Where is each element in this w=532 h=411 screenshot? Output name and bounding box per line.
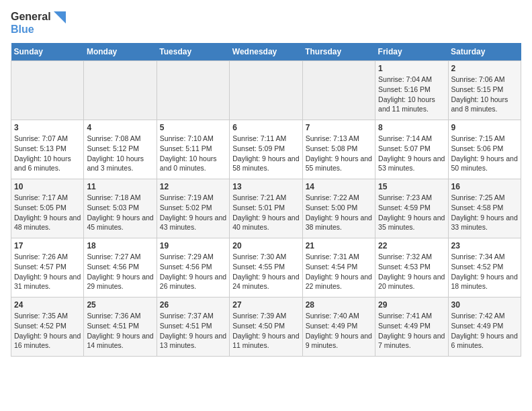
day-number: 5 (160, 123, 226, 132)
day-info: Sunrise: 7:04 AM Sunset: 5:16 PM Dayligh… (378, 75, 445, 114)
day-info: Sunrise: 7:07 AM Sunset: 5:13 PM Dayligh… (14, 134, 81, 173)
day-info: Sunrise: 7:26 AM Sunset: 4:57 PM Dayligh… (14, 252, 81, 291)
calendar-cell (230, 61, 302, 120)
calendar-cell (157, 61, 229, 120)
logo-arrow-icon (54, 11, 66, 24)
weekday-header: Wednesday (230, 43, 302, 61)
calendar-cell: 25Sunrise: 7:36 AM Sunset: 4:51 PM Dayli… (84, 298, 157, 357)
day-number: 8 (378, 123, 445, 132)
day-info: Sunrise: 7:42 AM Sunset: 4:49 PM Dayligh… (451, 311, 518, 351)
day-number: 18 (87, 241, 153, 250)
calendar-cell: 7Sunrise: 7:13 AM Sunset: 5:08 PM Daylig… (302, 120, 375, 179)
day-number: 20 (232, 241, 299, 250)
calendar-cell: 8Sunrise: 7:14 AM Sunset: 5:07 PM Daylig… (375, 120, 448, 179)
calendar-cell: 28Sunrise: 7:40 AM Sunset: 4:49 PM Dayli… (302, 298, 375, 357)
logo-text: General Blue (11, 11, 66, 35)
day-info: Sunrise: 7:40 AM Sunset: 4:49 PM Dayligh… (306, 311, 372, 351)
calendar-cell: 12Sunrise: 7:19 AM Sunset: 5:02 PM Dayli… (157, 179, 229, 238)
day-info: Sunrise: 7:14 AM Sunset: 5:07 PM Dayligh… (378, 134, 445, 173)
calendar-cell: 15Sunrise: 7:23 AM Sunset: 4:59 PM Dayli… (375, 179, 448, 238)
day-info: Sunrise: 7:10 AM Sunset: 5:11 PM Dayligh… (160, 134, 226, 173)
calendar-cell: 29Sunrise: 7:41 AM Sunset: 4:49 PM Dayli… (375, 298, 448, 357)
day-info: Sunrise: 7:21 AM Sunset: 5:01 PM Dayligh… (232, 193, 299, 232)
day-info: Sunrise: 7:23 AM Sunset: 4:59 PM Dayligh… (378, 193, 445, 232)
day-number: 29 (378, 300, 445, 310)
calendar-week: 24Sunrise: 7:35 AM Sunset: 4:52 PM Dayli… (11, 298, 521, 357)
page-header: General Blue (11, 11, 521, 35)
calendar-cell: 23Sunrise: 7:34 AM Sunset: 4:52 PM Dayli… (448, 238, 521, 298)
weekday-header: Monday (84, 43, 157, 61)
calendar-cell: 11Sunrise: 7:18 AM Sunset: 5:03 PM Dayli… (84, 179, 157, 238)
day-number: 16 (451, 182, 518, 191)
day-info: Sunrise: 7:25 AM Sunset: 4:58 PM Dayligh… (451, 193, 518, 232)
day-number: 19 (160, 241, 226, 250)
calendar-week: 17Sunrise: 7:26 AM Sunset: 4:57 PM Dayli… (11, 238, 521, 298)
day-number: 25 (87, 300, 153, 310)
calendar-cell: 27Sunrise: 7:39 AM Sunset: 4:50 PM Dayli… (230, 298, 302, 357)
calendar-cell: 21Sunrise: 7:31 AM Sunset: 4:54 PM Dayli… (302, 238, 375, 298)
calendar-cell: 18Sunrise: 7:27 AM Sunset: 4:56 PM Dayli… (84, 238, 157, 298)
day-info: Sunrise: 7:35 AM Sunset: 4:52 PM Dayligh… (14, 311, 81, 351)
day-number: 30 (451, 300, 518, 310)
calendar-cell: 24Sunrise: 7:35 AM Sunset: 4:52 PM Dayli… (11, 298, 84, 357)
day-number: 12 (160, 182, 226, 191)
day-info: Sunrise: 7:17 AM Sunset: 5:05 PM Dayligh… (14, 193, 81, 232)
day-info: Sunrise: 7:34 AM Sunset: 4:52 PM Dayligh… (451, 252, 518, 291)
calendar-week: 3Sunrise: 7:07 AM Sunset: 5:13 PM Daylig… (11, 120, 521, 179)
day-info: Sunrise: 7:13 AM Sunset: 5:08 PM Dayligh… (306, 134, 372, 173)
calendar-cell: 6Sunrise: 7:11 AM Sunset: 5:09 PM Daylig… (230, 120, 302, 179)
day-info: Sunrise: 7:37 AM Sunset: 4:51 PM Dayligh… (160, 311, 226, 351)
day-info: Sunrise: 7:06 AM Sunset: 5:15 PM Dayligh… (451, 75, 518, 114)
calendar-cell: 19Sunrise: 7:29 AM Sunset: 4:56 PM Dayli… (157, 238, 229, 298)
day-number: 14 (306, 182, 372, 191)
calendar-cell: 5Sunrise: 7:10 AM Sunset: 5:11 PM Daylig… (157, 120, 229, 179)
day-info: Sunrise: 7:11 AM Sunset: 5:09 PM Dayligh… (232, 134, 299, 173)
day-number: 1 (378, 64, 445, 73)
calendar-week: 10Sunrise: 7:17 AM Sunset: 5:05 PM Dayli… (11, 179, 521, 238)
day-number: 22 (378, 241, 445, 250)
calendar-cell: 1Sunrise: 7:04 AM Sunset: 5:16 PM Daylig… (375, 61, 448, 120)
calendar-cell: 2Sunrise: 7:06 AM Sunset: 5:15 PM Daylig… (448, 61, 521, 120)
day-info: Sunrise: 7:30 AM Sunset: 4:55 PM Dayligh… (232, 252, 299, 291)
calendar-cell: 3Sunrise: 7:07 AM Sunset: 5:13 PM Daylig… (11, 120, 84, 179)
calendar-cell: 16Sunrise: 7:25 AM Sunset: 4:58 PM Dayli… (448, 179, 521, 238)
logo: General Blue (11, 11, 66, 35)
day-number: 9 (451, 123, 518, 132)
calendar-cell: 13Sunrise: 7:21 AM Sunset: 5:01 PM Dayli… (230, 179, 302, 238)
day-info: Sunrise: 7:08 AM Sunset: 5:12 PM Dayligh… (87, 134, 153, 173)
day-number: 28 (306, 300, 372, 310)
weekday-header: Friday (375, 43, 448, 61)
day-info: Sunrise: 7:31 AM Sunset: 4:54 PM Dayligh… (306, 252, 372, 291)
weekday-header: Saturday (448, 43, 521, 61)
calendar-cell: 26Sunrise: 7:37 AM Sunset: 4:51 PM Dayli… (157, 298, 229, 357)
day-info: Sunrise: 7:29 AM Sunset: 4:56 PM Dayligh… (160, 252, 226, 291)
day-number: 11 (87, 182, 153, 191)
day-info: Sunrise: 7:22 AM Sunset: 5:00 PM Dayligh… (306, 193, 372, 232)
day-number: 3 (14, 123, 81, 132)
calendar-cell (302, 61, 375, 120)
calendar-cell: 20Sunrise: 7:30 AM Sunset: 4:55 PM Dayli… (230, 238, 302, 298)
calendar-header: SundayMondayTuesdayWednesdayThursdayFrid… (11, 43, 521, 61)
day-info: Sunrise: 7:32 AM Sunset: 4:53 PM Dayligh… (378, 252, 445, 291)
svg-marker-0 (54, 11, 66, 24)
day-info: Sunrise: 7:39 AM Sunset: 4:50 PM Dayligh… (232, 311, 299, 351)
calendar-cell: 17Sunrise: 7:26 AM Sunset: 4:57 PM Dayli… (11, 238, 84, 298)
day-number: 2 (451, 64, 518, 73)
calendar-cell: 22Sunrise: 7:32 AM Sunset: 4:53 PM Dayli… (375, 238, 448, 298)
day-info: Sunrise: 7:18 AM Sunset: 5:03 PM Dayligh… (87, 193, 153, 232)
day-info: Sunrise: 7:41 AM Sunset: 4:49 PM Dayligh… (378, 311, 445, 351)
day-number: 10 (14, 182, 81, 191)
day-number: 26 (160, 300, 226, 310)
day-info: Sunrise: 7:36 AM Sunset: 4:51 PM Dayligh… (87, 311, 153, 351)
calendar-cell: 30Sunrise: 7:42 AM Sunset: 4:49 PM Dayli… (448, 298, 521, 357)
day-number: 24 (14, 300, 81, 310)
calendar-week: 1Sunrise: 7:04 AM Sunset: 5:16 PM Daylig… (11, 61, 521, 120)
calendar-cell (84, 61, 157, 120)
weekday-header: Sunday (11, 43, 84, 61)
day-number: 4 (87, 123, 153, 132)
day-number: 17 (14, 241, 81, 250)
calendar-cell: 10Sunrise: 7:17 AM Sunset: 5:05 PM Dayli… (11, 179, 84, 238)
weekday-header: Thursday (302, 43, 375, 61)
day-info: Sunrise: 7:15 AM Sunset: 5:06 PM Dayligh… (451, 134, 518, 173)
day-info: Sunrise: 7:27 AM Sunset: 4:56 PM Dayligh… (87, 252, 153, 291)
